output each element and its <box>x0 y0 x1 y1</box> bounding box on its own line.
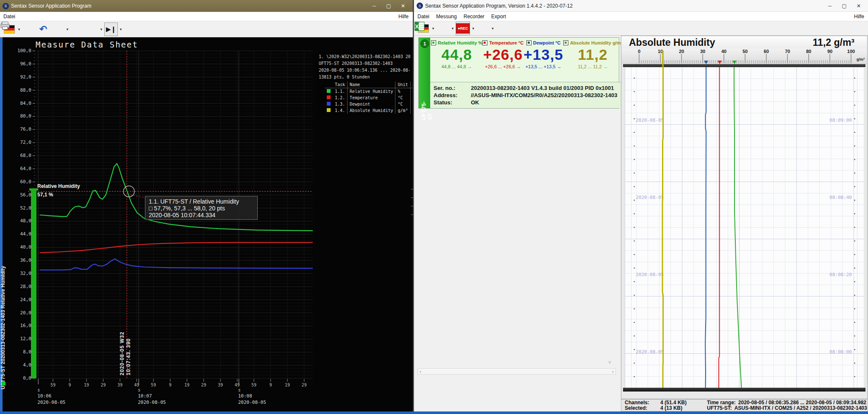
status-label: Selected: <box>625 406 660 411</box>
legend-time-range: 2020-08-05 10:06:54.136 ... 2020-08-05 1… <box>319 68 410 73</box>
status-label2: UFT75-ST: <box>707 406 732 411</box>
right-titlebar[interactable]: S Sentax Sensor Application Program, Ver… <box>414 0 868 12</box>
rotated-axis-label: UFT75-ST 20200313-082302-1403 Relative H… <box>0 101 6 389</box>
svg-text:100: 100 <box>847 49 855 54</box>
excel-dropdown-icon[interactable]: ▾ <box>490 26 495 31</box>
y-axis-label: 44,0 <box>11 231 31 237</box>
cursor-readout-value: 57,1 % <box>37 192 53 198</box>
close-icon[interactable]: ✕ <box>851 1 866 11</box>
y-axis-label: 16,0 <box>11 323 31 328</box>
info-label: Status: <box>434 99 471 106</box>
checkbox-fill <box>528 42 530 44</box>
maximize-icon[interactable]: ▢ <box>837 1 851 11</box>
left-menubar: Datei Hilfe <box>0 12 413 21</box>
zoom-dropdown-icon[interactable]: ▾ <box>65 27 70 31</box>
close-icon[interactable]: ✕ <box>396 1 410 11</box>
print-button[interactable] <box>85 22 98 36</box>
app-logo-icon: S <box>417 3 423 9</box>
y-axis-label: 8,0 <box>11 349 31 355</box>
y-axis-label: 84,0 <box>11 101 31 106</box>
play-step-button[interactable]: ▶❙ <box>104 22 118 36</box>
cursor-time-label: 10:07:43. 390 <box>125 322 131 375</box>
minimize-icon[interactable]: ─ <box>367 1 381 11</box>
pane-chevron-down-icon[interactable]: ˅ <box>608 360 611 366</box>
legend-points: 13813 pts, 0 Stunden <box>319 75 410 79</box>
svg-text:40: 40 <box>721 49 726 54</box>
window-resize-grip[interactable] <box>410 187 414 221</box>
x-axis-seconds-label: 9 <box>169 383 172 387</box>
channel-header: Dewpoint °C <box>523 40 563 45</box>
record-dropdown-icon[interactable]: ▾ <box>471 26 475 31</box>
clear-button[interactable] <box>22 22 36 36</box>
channel-label: Absolute Humidity g/m³ <box>570 40 622 45</box>
svg-text:60: 60 <box>764 49 769 54</box>
horizontal-scrollbar[interactable]: ‹ › <box>417 368 616 375</box>
minimize-icon[interactable]: ─ <box>823 1 837 11</box>
info-value: OK <box>471 99 479 106</box>
svg-text:0: 0 <box>638 49 640 54</box>
device-info-row: Ser. no.:20200313-082302-1403 V1.4.3 bui… <box>434 84 620 92</box>
menu-datei[interactable]: Datei <box>414 14 433 20</box>
x-axis-seconds-label: 9 <box>270 383 272 387</box>
y-axis-label: 64,0 <box>11 166 31 171</box>
recorder-title: Absolute Humidity <box>629 37 715 48</box>
tooltip-timestamp: 2020-08-05 10:07:44.334 <box>149 212 254 218</box>
menu-datei[interactable]: Datei <box>0 14 19 20</box>
scroll-right-icon[interactable]: › <box>612 369 614 375</box>
left-toolbar: ▾ ↶ ▾ ▾ ▶❙ ▾ <box>0 21 413 37</box>
menu-hilfe[interactable]: Hilfe <box>394 14 413 20</box>
print-dropdown-icon[interactable]: ▾ <box>99 27 103 31</box>
x-axis-seconds-label: 39 <box>218 383 223 387</box>
left-titlebar[interactable]: S Sentax Sensor Application Program ─ ▢ … <box>0 0 413 12</box>
scale-unit-label: g/m³ <box>857 57 865 62</box>
y-axis-label: 80,0 <box>11 113 31 119</box>
cursor-readout-label: Relative Humidity <box>37 183 80 189</box>
menu-recorder[interactable]: Recorder <box>460 14 488 20</box>
y-axis-label: 92,0 <box>11 74 31 80</box>
left-window-title: Sentax Sensor Application Program <box>11 3 91 9</box>
y-axis-label: 56,0 <box>11 192 31 198</box>
device-number-badge: 1 <box>420 39 429 48</box>
channel-checkbox[interactable] <box>431 40 436 45</box>
legend-row: 1.4.Absolute Humidityg/m³0,0 <box>325 107 413 114</box>
y-axis-label: 76,0 <box>11 126 31 132</box>
info-value: 20200313-082302-1403 V1.4.3 build 01/200… <box>471 84 614 92</box>
tooltip-series: 1.1. UFT75-ST / Relative Humidity <box>149 198 254 205</box>
y-axis-label: 40,0 <box>11 244 31 250</box>
device-tab[interactable]: 1 UFT75-ST <box>419 38 430 108</box>
excel-export-button[interactable]: X <box>476 22 490 35</box>
download-list-button[interactable] <box>436 22 450 35</box>
menu-export[interactable]: Export <box>488 14 509 20</box>
y-axis-label: 68,0 <box>11 153 31 158</box>
channel-range: +26,6 ... +26,6 → <box>482 64 523 69</box>
y-axis-label: 12,0 <box>11 336 31 341</box>
recorder-paper[interactable]: 2020-08-0508:09:002020-08-0508:08:402020… <box>625 67 864 389</box>
major-time: 10:08 <box>238 393 266 399</box>
zoom-button[interactable] <box>51 22 64 36</box>
y-axis-label: 32,0 <box>11 271 31 276</box>
play-dropdown-icon[interactable]: ▾ <box>119 27 123 31</box>
channel-checkbox[interactable] <box>482 40 487 45</box>
legend-row: 1.1.Relative Humidity%45,0 <box>325 88 413 95</box>
x-axis-seconds-label: 19 <box>285 383 290 387</box>
svg-text:50: 50 <box>743 49 748 54</box>
scale-pointer-icon <box>732 61 737 64</box>
seconds-marker: s <box>138 388 166 392</box>
y-axis-label: 100,0 <box>11 48 31 53</box>
undo-button[interactable]: ↶ <box>36 22 50 36</box>
scroll-left-icon[interactable]: ‹ <box>420 369 421 375</box>
menu-hilfe[interactable]: Hilfe <box>850 14 868 20</box>
device-tab-label: UFT75-ST <box>420 101 433 120</box>
flag-dropdown-icon[interactable]: ▾ <box>431 26 435 31</box>
seconds-marker: s <box>238 388 266 392</box>
scale-pointer-icon <box>704 61 708 64</box>
flag-dropdown-icon[interactable]: ▾ <box>17 27 21 31</box>
record-button[interactable]: ●REC <box>456 22 470 35</box>
maximize-icon[interactable]: ▢ <box>381 1 396 11</box>
svg-text:20: 20 <box>679 49 684 54</box>
download-dropdown-icon[interactable]: ▾ <box>451 26 455 31</box>
channel-checkbox[interactable] <box>563 40 568 45</box>
info-label: Ser. no.: <box>434 84 471 92</box>
menu-messung[interactable]: Messung <box>433 14 460 20</box>
channel-checkbox[interactable] <box>526 40 531 45</box>
